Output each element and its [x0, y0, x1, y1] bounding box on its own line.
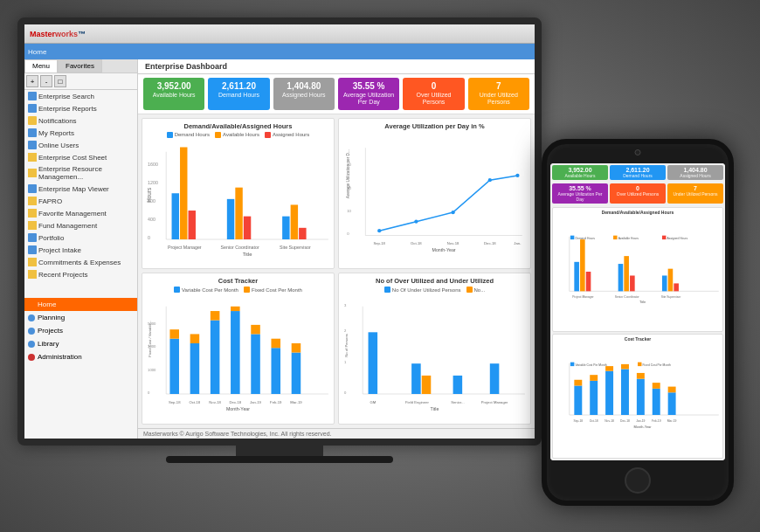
chart-demand-hours: Demand/Available/Assigned Hours Demand H…: [142, 118, 335, 270]
sidebar-item-portfolio[interactable]: Portfolio: [24, 231, 137, 244]
sidebar-icon: [28, 233, 37, 242]
svg-rect-58: [292, 353, 301, 394]
nav-icon: [28, 341, 35, 348]
svg-rect-12: [235, 187, 242, 238]
svg-text:5000: 5000: [148, 321, 156, 326]
sidebar-nav-projects[interactable]: Projects: [24, 324, 137, 337]
sidebar-toolbar: + - □: [24, 73, 137, 90]
sidebar-item-recent-projects[interactable]: Recent Projects: [24, 268, 137, 280]
svg-rect-78: [453, 376, 463, 394]
sidebar-more-btn[interactable]: □: [54, 75, 66, 87]
legend-color: [244, 287, 250, 293]
sidebar-tab-menu[interactable]: Menu: [24, 59, 58, 73]
mobile-chart-cost: Cost Tracker Variable Cost Per Month Fix…: [552, 334, 723, 459]
sidebar-icon: [28, 197, 37, 205]
sidebar-label: Online Users: [38, 142, 79, 149]
svg-rect-79: [490, 364, 500, 395]
svg-rect-113: [574, 380, 582, 386]
svg-text:Fixed Cost Per Month: Fixed Cost Per Month: [643, 363, 671, 367]
sidebar-item-my-reports[interactable]: My Reports: [24, 127, 137, 139]
nav-icon: [28, 314, 35, 321]
svg-text:10: 10: [347, 209, 351, 213]
svg-text:Oct-18: Oct-18: [590, 419, 598, 423]
footer-text: Masterworks © Aurigo Software Technologi…: [143, 431, 332, 437]
svg-text:Available Hours: Available Hours: [618, 237, 639, 240]
svg-text:1600: 1600: [148, 161, 158, 166]
sidebar-item-fund-mgmt[interactable]: Fund Management: [24, 219, 137, 231]
legend-item-fixed: Fixed Cost Per Month: [244, 287, 302, 293]
over-under-chart-svg: No of Persons 0 1 2 3: [342, 294, 527, 420]
mobile-kpi-label: Demand Hours: [612, 173, 663, 178]
mobile-kpi-utilization: 35.55 % Average Utilization Per Day: [552, 183, 608, 204]
kpi-value: 1,404.80: [279, 81, 329, 91]
mobile-kpi-available: 3,952.00 Available Hours: [552, 165, 608, 180]
legend-label: No Of Under Utilized Persons: [392, 287, 461, 293]
legend-item-variable: Variable Cost Per Month: [174, 287, 238, 293]
svg-rect-51: [211, 311, 220, 321]
sidebar-item-notifications[interactable]: Notifications: [24, 114, 137, 127]
sidebar-expand-btn[interactable]: -: [40, 75, 52, 87]
svg-rect-123: [653, 383, 660, 389]
svg-text:Fixed Cost / Variable...: Fixed Cost / Variable...: [148, 321, 152, 357]
svg-text:Demand Hours: Demand Hours: [575, 237, 595, 240]
svg-text:Dec-18: Dec-18: [484, 241, 496, 245]
laptop-device: Masterworks™ Home Menu Favorites: [17, 17, 559, 507]
svg-text:2: 2: [344, 329, 347, 334]
sidebar-item-fav-mgmt[interactable]: Favorite Management: [24, 207, 137, 219]
sidebar-item-resource-mgmt[interactable]: Enterprise Resource Managemen...: [24, 163, 137, 183]
svg-rect-95: [586, 272, 591, 291]
app-nav: Home: [24, 44, 535, 59]
sidebar-icon: [28, 104, 37, 113]
kpi-label: Available Hours: [149, 92, 199, 99]
mobile-chart-demand: Demand/Available/Assigned Hours Demand H…: [552, 207, 723, 332]
laptop-base: [166, 456, 393, 463]
sidebar-nav-admin[interactable]: Administration: [24, 350, 137, 363]
sidebar-item-enterprise-reports[interactable]: Enterprise Reports: [24, 102, 137, 114]
legend-item-over: No...: [466, 287, 486, 293]
sidebar-item-online-users[interactable]: Online Users: [24, 139, 137, 151]
sidebar-icon: [28, 221, 37, 230]
svg-text:Project Manager: Project Manager: [168, 244, 202, 249]
sidebar-item-enterprise-search[interactable]: Enterprise Search: [24, 90, 137, 102]
svg-rect-52: [231, 311, 240, 394]
svg-rect-46: [169, 339, 179, 394]
sidebar-nav-planning[interactable]: Planning: [24, 311, 137, 324]
sidebar-item-map-viewer[interactable]: Enterprise Map Viewer: [24, 183, 137, 195]
mobile-kpi-label: Under Utilized Persons: [670, 191, 721, 197]
mobile-bezel: 3,952.00 Available Hours 2,611.20 Demand…: [542, 139, 734, 506]
sidebar-item-project-intake[interactable]: Project Intake: [24, 244, 137, 256]
kpi-row: 3,952.00 Available Hours 2,611.20 Demand…: [138, 74, 535, 114]
sidebar-item-fapro[interactable]: FAPRO: [24, 195, 137, 207]
sidebar-item-cost-sheet[interactable]: Enterprise Cost Sheet: [24, 151, 137, 163]
legend-label: Variable Cost Per Month: [182, 287, 238, 293]
svg-text:Sep-18: Sep-18: [373, 241, 385, 245]
sidebar-tab-favorites[interactable]: Favorites: [58, 59, 102, 73]
svg-rect-59: [292, 343, 301, 353]
sidebar-collapse-btn[interactable]: +: [26, 75, 38, 87]
kpi-value: 0: [408, 81, 459, 91]
sidebar-item-commitments[interactable]: Commitments & Expenses: [24, 256, 137, 268]
logo-accent: works: [55, 30, 78, 38]
mobile-kpi-label: Over Utilized Persons: [612, 191, 663, 197]
sidebar: Menu Favorites + - □ Enterprise Search: [24, 59, 138, 439]
svg-text:Project Manager: Project Manager: [481, 400, 508, 404]
svg-text:800: 800: [148, 198, 155, 204]
mobile-home-button[interactable]: [625, 467, 651, 494]
svg-rect-122: [653, 389, 660, 415]
kpi-value: 35.55 %: [343, 81, 394, 91]
svg-text:Month-Year: Month-Year: [226, 406, 250, 411]
mobile-kpi-value: 3,952.00: [555, 167, 605, 173]
svg-text:Feb-19: Feb-19: [270, 400, 282, 404]
svg-rect-55: [251, 325, 260, 335]
chart-area: Average Utilization per D... 0 10 20 30: [342, 132, 527, 266]
sidebar-icon: [28, 209, 37, 218]
nav-label: Library: [38, 340, 59, 348]
svg-point-30: [451, 211, 454, 214]
svg-rect-96: [618, 264, 624, 291]
legend-color: [384, 287, 390, 293]
mobile-charts: Demand/Available/Assigned Hours Demand H…: [550, 205, 725, 460]
sidebar-nav-library[interactable]: Library: [24, 337, 137, 350]
svg-text:Field Engineer: Field Engineer: [405, 400, 430, 404]
sidebar-nav-home[interactable]: Home: [24, 298, 137, 311]
mobile-kpi-value: 7: [670, 185, 721, 191]
